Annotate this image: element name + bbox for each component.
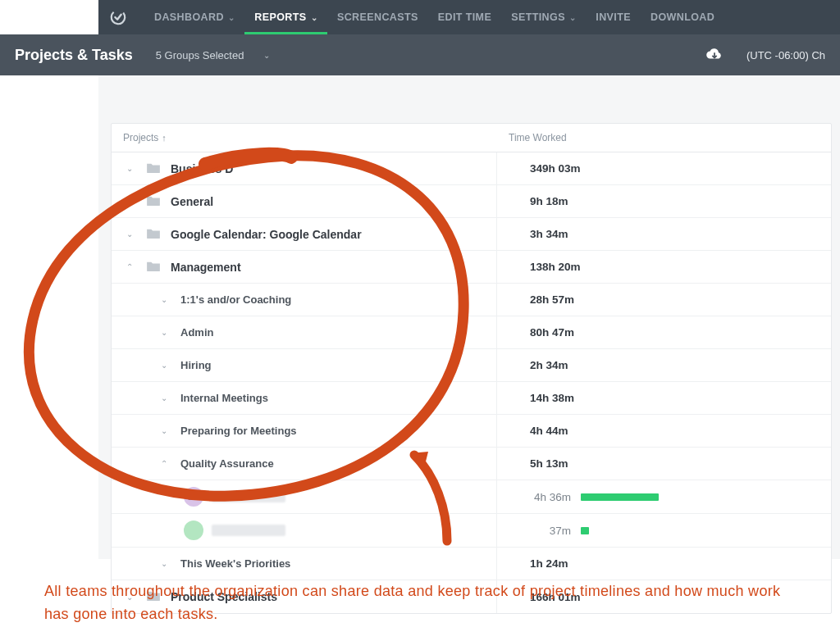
nav-label: INVITE — [596, 11, 631, 23]
avatar — [184, 521, 203, 540]
page-title: Projects & Tasks — [15, 47, 133, 64]
folder-icon — [146, 227, 161, 242]
project-row-management[interactable]: ⌃ Management 138h 20m — [112, 251, 831, 284]
task-time: 80h 47m — [497, 316, 831, 348]
user-time: 37m — [530, 525, 571, 537]
task-time: 5h 13m — [497, 448, 831, 480]
task-time: 28h 57m — [497, 284, 831, 316]
project-cell: ⌄ General — [112, 185, 497, 217]
task-cell: ⌄ Admin — [112, 316, 497, 348]
project-name: General — [171, 195, 213, 208]
task-name: Preparing for Meetings — [180, 425, 297, 437]
chevron-up-icon[interactable]: ⌃ — [123, 262, 136, 271]
task-time: 1h 24m — [497, 548, 831, 580]
chevron-down-icon: ⌄ — [569, 13, 576, 22]
task-cell: ⌄ Preparing for Meetings — [112, 415, 497, 447]
chevron-down-icon[interactable]: ⌄ — [158, 328, 171, 337]
project-name: Google Calendar: Google Calendar — [171, 228, 362, 241]
nav-dashboard[interactable]: DASHBOARD ⌄ — [144, 0, 244, 34]
nav-edit-time[interactable]: EDIT TIME — [428, 0, 501, 34]
projects-table: Projects ↑ Time Worked ⌄ Business D 349h… — [111, 123, 832, 614]
nav-label: SETTINGS — [511, 11, 565, 23]
task-row-quality-assurance[interactable]: ⌃ Quality Assurance 5h 13m — [112, 448, 831, 480]
project-cell: ⌄ Business D — [112, 152, 497, 184]
project-cell: ⌃ Management — [112, 251, 497, 283]
user-row[interactable]: DP 4h 36m — [112, 480, 831, 514]
chevron-down-icon[interactable]: ⌄ — [158, 393, 171, 402]
app-logo[interactable] — [107, 6, 130, 29]
chevron-down-icon[interactable]: ⌄ — [158, 426, 171, 435]
chevron-down-icon: ⌄ — [263, 51, 270, 60]
folder-icon — [146, 194, 161, 209]
caption-text: All teams throughout the organization ca… — [44, 580, 807, 626]
project-time: 349h 03m — [497, 152, 831, 184]
chevron-down-icon[interactable]: ⌄ — [158, 559, 171, 568]
nav-settings[interactable]: SETTINGS ⌄ — [501, 0, 586, 34]
task-cell: ⌄ This Week's Priorities — [112, 548, 497, 580]
nav-download[interactable]: DOWNLOAD — [641, 0, 724, 34]
chevron-down-icon[interactable]: ⌄ — [123, 164, 136, 173]
sub-toolbar: Projects & Tasks 5 Groups Selected ⌄ (UT… — [0, 34, 840, 75]
task-cell: ⌄ Hiring — [112, 349, 497, 381]
nav-reports[interactable]: REPORTS ⌄ — [244, 0, 327, 34]
task-name: Admin — [180, 326, 213, 339]
task-row[interactable]: ⌄ Hiring 2h 34m — [112, 349, 831, 382]
chevron-down-icon: ⌄ — [311, 13, 317, 22]
timezone-display[interactable]: (UTC -06:00) Ch — [746, 49, 825, 61]
project-name: Management — [171, 261, 241, 274]
task-row[interactable]: ⌄ This Week's Priorities 1h 24m — [112, 548, 831, 580]
workspace: Projects ↑ Time Worked ⌄ Business D 349h… — [98, 75, 840, 559]
chevron-down-icon[interactable]: ⌄ — [123, 230, 136, 239]
nav-screencasts[interactable]: SCREENCASTS — [327, 0, 428, 34]
project-row[interactable]: ⌄ Google Calendar: Google Calendar 3h 34… — [112, 218, 831, 251]
project-row[interactable]: ⌄ General 9h 18m — [112, 185, 831, 218]
nav-label: SCREENCASTS — [337, 11, 418, 23]
task-row[interactable]: ⌄ 1:1's and/or Coaching 28h 57m — [112, 284, 831, 316]
project-name: Business D — [171, 162, 233, 175]
task-row[interactable]: ⌄ Preparing for Meetings 4h 44m — [112, 415, 831, 448]
table-header: Projects ↑ Time Worked — [112, 124, 831, 152]
avatar: DP — [184, 487, 203, 507]
project-cell: ⌄ Google Calendar: Google Calendar — [112, 218, 497, 250]
user-name-blurred — [212, 491, 285, 502]
group-selector[interactable]: 5 Groups Selected ⌄ — [156, 49, 271, 61]
task-time: 4h 44m — [497, 415, 831, 447]
sub-toolbar-right: (UTC -06:00) Ch — [705, 48, 825, 61]
cloud-download-icon[interactable] — [705, 48, 724, 61]
time-bar — [581, 527, 589, 534]
column-time-worked[interactable]: Time Worked — [497, 124, 831, 152]
chevron-down-icon[interactable]: ⌄ — [158, 361, 171, 370]
project-time: 3h 34m — [497, 218, 831, 250]
nav-label: EDIT TIME — [438, 11, 491, 23]
project-row[interactable]: ⌄ Business D 349h 03m — [112, 152, 831, 185]
task-row[interactable]: ⌄ Internal Meetings 14h 38m — [112, 382, 831, 415]
column-projects[interactable]: Projects ↑ — [112, 124, 497, 152]
chevron-up-icon[interactable]: ⌃ — [158, 459, 171, 468]
task-name: Internal Meetings — [180, 392, 268, 404]
user-time-cell: 4h 36m — [497, 480, 831, 513]
nav-label: REPORTS — [254, 11, 306, 23]
sort-asc-icon: ↑ — [162, 133, 167, 143]
project-time: 138h 20m — [497, 251, 831, 283]
task-name: Quality Assurance — [180, 457, 274, 470]
time-bar — [581, 493, 659, 501]
user-cell — [112, 514, 497, 547]
chevron-down-icon[interactable]: ⌄ — [158, 295, 171, 304]
task-name: Hiring — [180, 359, 212, 371]
task-row[interactable]: ⌄ Admin 80h 47m — [112, 316, 831, 349]
user-row[interactable]: 37m — [112, 514, 831, 548]
nav-label: DOWNLOAD — [651, 11, 714, 23]
nav-invite[interactable]: INVITE — [586, 0, 641, 34]
column-label: Projects — [123, 132, 158, 143]
top-nav: DASHBOARD ⌄ REPORTS ⌄ SCREENCASTS EDIT T… — [98, 0, 840, 34]
nav-label: DASHBOARD — [154, 11, 224, 23]
folder-icon — [146, 161, 161, 176]
folder-icon — [146, 260, 161, 275]
user-cell: DP — [112, 480, 497, 513]
user-time: 4h 36m — [530, 491, 571, 503]
task-cell: ⌃ Quality Assurance — [112, 448, 497, 480]
checkmark-clock-icon — [109, 8, 127, 26]
task-cell: ⌄ Internal Meetings — [112, 382, 497, 414]
task-time: 14h 38m — [497, 382, 831, 414]
group-selector-text: 5 Groups Selected — [156, 49, 244, 61]
